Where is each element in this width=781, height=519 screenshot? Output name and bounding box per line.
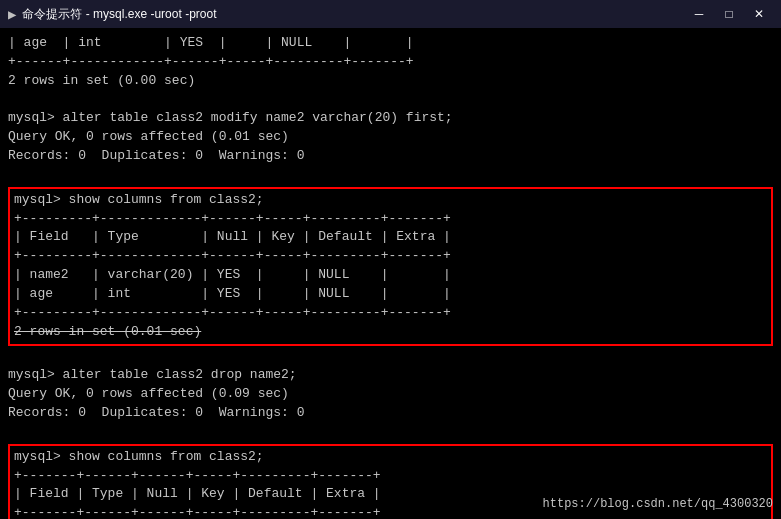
line-alter1: mysql> alter table class2 modify name2 v…: [8, 109, 773, 128]
close-button[interactable]: ✕: [745, 4, 773, 24]
maximize-button[interactable]: □: [715, 4, 743, 24]
window-title: 命令提示符 - mysql.exe -uroot -proot: [22, 6, 216, 23]
result-box-1: mysql> show columns from class2; +------…: [8, 187, 773, 346]
window-controls: ─ □ ✕: [685, 4, 773, 24]
line-query2: Query OK, 0 rows affected (0.09 sec): [8, 385, 773, 404]
line-records2: Records: 0 Duplicates: 0 Warnings: 0: [8, 404, 773, 423]
watermark: https://blog.csdn.net/qq_4300320: [543, 497, 773, 511]
box1-line-6: | age | int | YES | | NULL | |: [14, 285, 767, 304]
line-records1: Records: 0 Duplicates: 0 Warnings: 0: [8, 147, 773, 166]
line-blank3: [8, 348, 773, 367]
line-blank2: [8, 166, 773, 185]
line-query1: Query OK, 0 rows affected (0.01 sec): [8, 128, 773, 147]
minimize-button[interactable]: ─: [685, 4, 713, 24]
box1-line-5: | name2 | varchar(20) | YES | | NULL | |: [14, 266, 767, 285]
line-rowcount1: 2 rows in set (0.00 sec): [8, 72, 773, 91]
terminal-area: | age | int | YES | | NULL | | +------+-…: [0, 28, 781, 519]
box1-line-3: | Field | Type | Null | Key | Default | …: [14, 228, 767, 247]
line-age-row: | age | int | YES | | NULL | |: [8, 34, 773, 53]
box2-line-1: mysql> show columns from class2;: [14, 448, 767, 467]
box1-line-8: 2 rows in set (0.01 sec): [14, 323, 767, 342]
box1-line-7: +---------+-------------+------+-----+--…: [14, 304, 767, 323]
line-blank4: [8, 423, 773, 442]
line-separator: +------+------------+------+-----+------…: [8, 53, 773, 72]
app-icon: ▶: [8, 6, 16, 23]
box1-line-4: +---------+-------------+------+-----+--…: [14, 247, 767, 266]
box2-line-2: +-------+------+------+-----+---------+-…: [14, 467, 767, 486]
box1-line-1: mysql> show columns from class2;: [14, 191, 767, 210]
titlebar: ▶ 命令提示符 - mysql.exe -uroot -proot ─ □ ✕: [0, 0, 781, 28]
line-blank1: [8, 91, 773, 110]
line-alter2: mysql> alter table class2 drop name2;: [8, 366, 773, 385]
box1-line-2: +---------+-------------+------+-----+--…: [14, 210, 767, 229]
